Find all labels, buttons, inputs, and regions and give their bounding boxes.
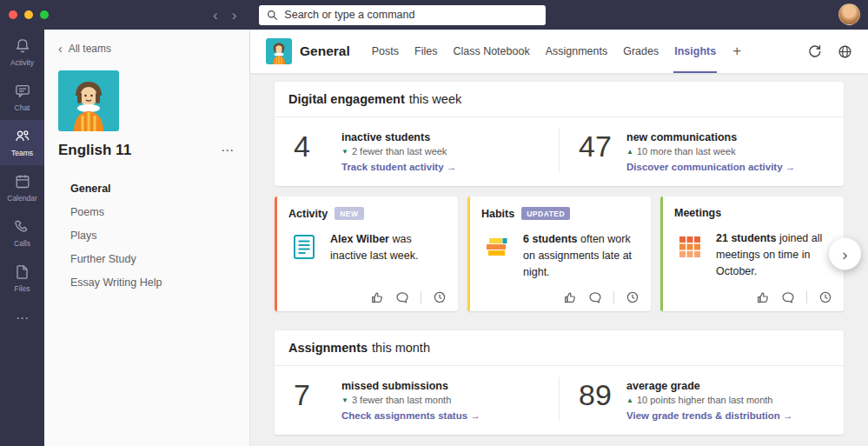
add-tab-button[interactable]: +	[724, 43, 750, 60]
card-text: 21 students joined all meetings on time …	[716, 230, 832, 285]
tab-bar: Posts Files Class Notebook Assignments G…	[364, 30, 750, 73]
channel-item-poems[interactable]: Poems	[44, 200, 249, 223]
rail-item-chat[interactable]: Chat	[0, 75, 44, 120]
panel-subtitle: this week	[409, 92, 461, 106]
all-teams-back-link[interactable]: ‹ All teams	[44, 30, 249, 58]
user-avatar[interactable]	[838, 3, 860, 25]
channel-item-general[interactable]: General	[44, 176, 249, 200]
insight-card-meetings[interactable]: Meetings 21 students joined all meetings…	[660, 196, 844, 311]
phone-icon	[14, 218, 31, 236]
team-row: English 11 ⋯	[44, 142, 249, 159]
file-icon	[14, 263, 31, 281]
divider	[806, 291, 807, 303]
stat-average-grade: 89 average grade ▲ 10 points higher than…	[559, 377, 844, 421]
stat-trend: ▲ 10 more than last week	[626, 146, 795, 156]
titlebar: ‹ ›	[0, 0, 868, 30]
channel-item-essay-writing-help[interactable]: Essay Writing Help	[44, 270, 249, 294]
stat-value: 47	[579, 130, 615, 172]
card-footer	[481, 290, 639, 304]
card-title: Meetings	[674, 207, 721, 219]
rail-more-button[interactable]: ⋯	[0, 301, 44, 336]
discover-communication-activity-link[interactable]: Discover communication activity →	[626, 162, 795, 172]
comment-icon[interactable]	[781, 290, 795, 304]
stat-value: 7	[294, 379, 330, 421]
card-footer	[288, 290, 447, 304]
tab-insights[interactable]: Insights	[666, 30, 724, 73]
rail-item-activity[interactable]: Activity	[0, 30, 44, 75]
trend-down-icon: ▼	[341, 148, 348, 156]
assignments-panel: Assignments this month 7 missed submissi…	[275, 330, 844, 435]
globe-icon[interactable]	[838, 44, 852, 59]
trend-text: 10 more than last week	[637, 146, 736, 156]
track-student-activity-link[interactable]: Track student activity →	[341, 162, 456, 172]
rail-item-calendar[interactable]: Calendar	[0, 165, 44, 210]
insight-card-habits[interactable]: Habits UPDATED 6 students often work on …	[467, 196, 651, 311]
chat-icon	[14, 83, 31, 100]
zoom-window-button[interactable]	[40, 10, 49, 19]
channel-item-plays[interactable]: Plays	[44, 223, 249, 247]
comment-icon[interactable]	[588, 290, 602, 304]
rail-item-label: Teams	[11, 149, 33, 157]
search-icon	[267, 10, 278, 21]
bell-icon	[14, 37, 31, 55]
stat-inactive-students: 4 inactive students ▼ 2 fewer than last …	[275, 129, 559, 172]
trend-up-icon: ▲	[626, 148, 633, 156]
window-controls	[9, 10, 49, 19]
rail-item-label: Files	[15, 284, 30, 293]
rail-item-files[interactable]: Files	[0, 256, 44, 301]
check-assignments-status-link[interactable]: Check assignments status →	[341, 410, 480, 421]
card-footer	[674, 290, 832, 304]
team-avatar[interactable]	[58, 70, 119, 131]
panel-header: Digital engagement this week	[275, 82, 844, 117]
stat-label: average grade	[626, 380, 792, 392]
panel-header: Assignments this month	[275, 330, 844, 366]
divider	[613, 291, 614, 303]
search-input[interactable]	[284, 9, 538, 21]
tab-assignments[interactable]: Assignments	[538, 30, 616, 73]
insight-card-activity[interactable]: Activity NEW Alex Wilber was inactive la…	[275, 196, 458, 311]
history-clock-icon[interactable]	[433, 290, 447, 304]
stat-trend: ▼ 3 fewer than last month	[341, 395, 480, 405]
tab-posts[interactable]: Posts	[364, 30, 407, 73]
minimize-window-button[interactable]	[24, 10, 33, 19]
tab-class-notebook[interactable]: Class Notebook	[445, 30, 537, 73]
carousel-next-button[interactable]: ›	[829, 238, 861, 270]
like-icon[interactable]	[370, 290, 384, 304]
command-search-box[interactable]	[259, 5, 546, 25]
chevron-left-icon: ‹	[58, 43, 63, 55]
card-text: Alex Wilber was inactive last week.	[330, 231, 447, 285]
all-teams-label: All teams	[69, 43, 111, 55]
close-window-button[interactable]	[9, 10, 17, 19]
refresh-icon[interactable]	[807, 44, 822, 59]
rail-item-teams[interactable]: Teams	[0, 120, 44, 165]
tab-files[interactable]: Files	[407, 30, 445, 73]
history-forward-button[interactable]: ›	[229, 8, 241, 23]
history-clock-icon[interactable]	[818, 290, 832, 304]
panel-title: Assignments	[288, 341, 368, 355]
comment-icon[interactable]	[395, 290, 409, 304]
team-name: English 11	[58, 142, 131, 159]
history-back-button[interactable]: ‹	[209, 8, 222, 23]
tab-grades[interactable]: Grades	[615, 30, 666, 73]
habits-stack-icon	[481, 231, 513, 263]
digital-engagement-panel: Digital engagement this week 4 inactive …	[275, 82, 844, 186]
meetings-calendar-icon	[674, 230, 706, 262]
like-icon[interactable]	[756, 290, 770, 304]
like-icon[interactable]	[563, 290, 577, 304]
divider	[421, 291, 421, 303]
history-clock-icon[interactable]	[626, 290, 639, 304]
channel-sidebar: ‹ All teams English 11 ⋯ General	[44, 30, 250, 446]
trend-text: 2 fewer than last week	[352, 146, 447, 156]
channel-item-further-study[interactable]: Further Study	[44, 247, 249, 270]
stat-new-communications: 47 new communications ▲ 10 more than las…	[559, 129, 844, 172]
trend-text: 10 points higher than last month	[637, 395, 773, 405]
insights-content: Digital engagement this week 4 inactive …	[250, 73, 868, 446]
updated-badge: UPDATED	[521, 207, 570, 220]
rail-item-calls[interactable]: Calls	[0, 210, 44, 256]
teams-icon	[14, 128, 31, 145]
stat-trend: ▲ 10 points higher than last month	[626, 395, 792, 405]
stat-trend: ▼ 2 fewer than last week	[341, 146, 456, 156]
card-title: Habits	[481, 208, 514, 220]
team-options-button[interactable]: ⋯	[219, 143, 235, 158]
view-grade-trends-link[interactable]: View grade trends & distribution →	[626, 410, 792, 421]
